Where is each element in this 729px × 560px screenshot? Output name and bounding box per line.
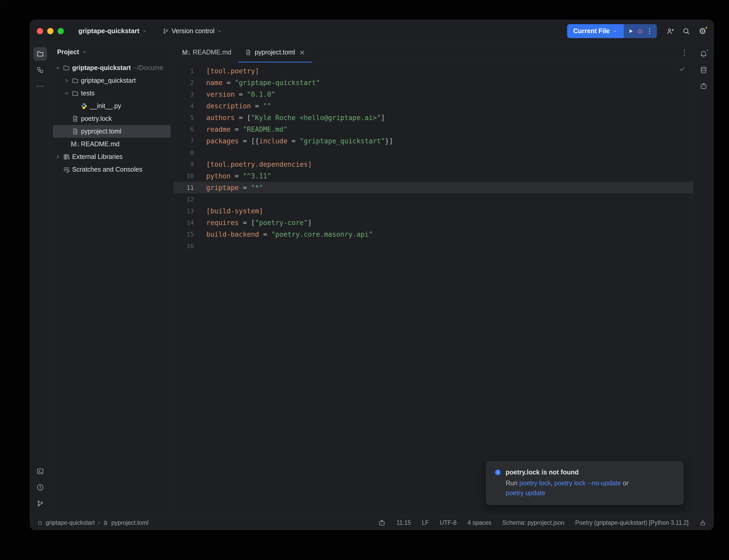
- code-line-4[interactable]: 4description = "": [173, 100, 693, 112]
- code-editor[interactable]: 1[tool.poetry]2name = "griptape-quicksta…: [173, 62, 693, 516]
- tree-item-Scratches and Consoles[interactable]: Scratches and Consoles: [53, 163, 171, 176]
- more-run-actions-button[interactable]: ⋮: [646, 27, 653, 35]
- chevron-right-icon[interactable]: [64, 78, 69, 83]
- code-line-8[interactable]: 8: [173, 147, 693, 158]
- run-config-label: Current File: [573, 27, 610, 35]
- project-tree: griptape-quickstart~/Documegriptape_quic…: [50, 61, 173, 516]
- code-text: requires = ["poetry-core"]: [200, 219, 312, 227]
- chevron-down-icon[interactable]: [82, 49, 87, 54]
- code-line-1[interactable]: 1[tool.poetry]: [173, 65, 693, 77]
- tree-item-griptape-quickstart[interactable]: griptape-quickstart~/Docume: [53, 61, 171, 74]
- terminal-icon: [36, 467, 44, 475]
- editor-lines: 1[tool.poetry]2name = "griptape-quicksta…: [173, 65, 693, 252]
- titlebar-actions: ⚙: [666, 27, 707, 35]
- code-line-5[interactable]: 5authors = ["Kyle Roche <hello@griptape.…: [173, 112, 693, 123]
- tree-chevron-slot: [55, 65, 62, 71]
- database-tool-button[interactable]: [697, 63, 710, 77]
- breadcrumb-separator: ›: [98, 519, 100, 526]
- popup-body: Run poetry lock, poetry lock --no-update…: [506, 478, 675, 498]
- tree-item-pyproject.toml[interactable]: pyproject.toml: [53, 125, 171, 138]
- database-icon: [700, 66, 707, 74]
- status-item[interactable]: 4 spaces: [468, 519, 491, 526]
- status-item[interactable]: LF: [422, 519, 429, 526]
- inspections-check-icon[interactable]: [679, 66, 685, 72]
- tree-item-__init__.py[interactable]: __init__.py: [53, 100, 171, 112]
- code-line-3[interactable]: 3version = "0.1.0": [173, 88, 693, 100]
- status-item[interactable]: Poetry (griptape-quickstart) [Python 3.1…: [575, 519, 689, 526]
- run-button[interactable]: [627, 28, 634, 34]
- code-text: [build-system]: [200, 207, 263, 215]
- code-line-12[interactable]: 12: [173, 193, 693, 205]
- chevron-down-icon[interactable]: [64, 90, 69, 96]
- folder-icon: [36, 50, 44, 58]
- code-line-15[interactable]: 15build-backend = "poetry.core.masonry.a…: [173, 228, 693, 240]
- tab-README.md[interactable]: M↓README.md: [176, 42, 238, 62]
- search-everywhere-button[interactable]: [682, 27, 690, 35]
- code-line-11[interactable]: 11griptape = "*": [173, 182, 693, 193]
- tree-item-label: Scratches and Consoles: [72, 166, 142, 173]
- code-line-6[interactable]: 6readme = "README.md": [173, 123, 693, 135]
- debug-button[interactable]: [637, 28, 643, 34]
- git-branch-icon: [162, 28, 169, 34]
- zoom-window-button[interactable]: [58, 28, 64, 34]
- code-line-9[interactable]: 9[tool.poetry.dependencies]: [173, 158, 693, 170]
- close-tab-icon[interactable]: ×: [298, 49, 305, 56]
- popup-link[interactable]: poetry lock: [519, 479, 551, 487]
- settings-button[interactable]: ⚙: [698, 27, 707, 35]
- settings-notification-dot: [705, 26, 708, 29]
- structure-tool-button[interactable]: [33, 63, 47, 77]
- code-with-me-button[interactable]: [666, 27, 674, 35]
- breadcrumb-project[interactable]: griptape-quickstart: [46, 519, 95, 526]
- tree-item-tests[interactable]: tests: [53, 87, 171, 100]
- breadcrumb-file[interactable]: pyproject.toml: [111, 519, 148, 526]
- terminal-tool-button[interactable]: [33, 465, 47, 478]
- info-icon: [494, 469, 502, 476]
- tree-item-External Libraries[interactable]: External Libraries: [53, 150, 171, 163]
- code-line-10[interactable]: 10python = "^3.11": [173, 170, 693, 182]
- notification-popup: poetry.lock is not found Run poetry lock…: [486, 461, 683, 505]
- line-number: 16: [173, 243, 200, 249]
- code-text: python = "^3.11": [200, 172, 271, 180]
- status-bar: griptape-quickstart › pyproject.toml 11:…: [30, 516, 713, 530]
- project-tool-button[interactable]: [33, 47, 47, 61]
- close-window-button[interactable]: [37, 28, 43, 34]
- more-tool-windows-button[interactable]: ⋯: [33, 79, 47, 93]
- project-switcher-label: griptape-quickstart: [78, 27, 140, 35]
- code-line-2[interactable]: 2name = "griptape-quickstart": [173, 77, 693, 88]
- tab-pyproject.toml[interactable]: pyproject.toml×: [238, 42, 312, 62]
- status-widgets: 11:15LFUTF-84 spacesSchema: pyproject.js…: [378, 519, 706, 527]
- version-control-tool-button[interactable]: [33, 497, 47, 510]
- run-config-selector[interactable]: Current File: [567, 24, 624, 38]
- status-item[interactable]: Schema: pyproject.json: [502, 519, 564, 526]
- project-switcher[interactable]: griptape-quickstart: [78, 27, 147, 35]
- tree-item-README.md[interactable]: M↓README.md: [53, 138, 171, 150]
- status-item[interactable]: UTF-8: [440, 519, 457, 526]
- code-line-13[interactable]: 13[build-system]: [173, 205, 693, 217]
- tree-item-poetry.lock[interactable]: poetry.lock: [53, 112, 171, 125]
- file-icon: [245, 49, 252, 56]
- left-toolstrip-bottom: [33, 463, 47, 512]
- notifications-button[interactable]: [697, 47, 710, 61]
- code-line-16[interactable]: 16: [173, 240, 693, 252]
- ai-icon[interactable]: [378, 519, 386, 527]
- popup-link[interactable]: poetry update: [506, 489, 545, 496]
- tree-item-label: poetry.lock: [81, 115, 112, 122]
- code-line-14[interactable]: 14requires = ["poetry-core"]: [173, 217, 693, 228]
- more-icon: ⋯: [36, 82, 44, 90]
- problems-tool-button[interactable]: [33, 481, 47, 494]
- lock-icon[interactable]: [699, 520, 706, 526]
- ai-assistant-button[interactable]: [697, 79, 710, 93]
- tab-options-button[interactable]: ⋮: [681, 49, 688, 56]
- vcs-widget[interactable]: Version control: [162, 27, 222, 35]
- tree-item-griptape_quickstart[interactable]: griptape_quickstart: [53, 74, 171, 87]
- code-text: version = "0.1.0": [200, 90, 275, 98]
- popup-link[interactable]: poetry lock --no-update: [554, 479, 621, 487]
- minimize-window-button[interactable]: [47, 28, 53, 34]
- left-toolstrip-top: ⋯: [33, 46, 47, 94]
- chevron-down-icon[interactable]: [55, 65, 61, 71]
- line-number: 13: [173, 208, 200, 214]
- project-panel-header: Project: [50, 42, 173, 61]
- chevron-right-icon[interactable]: [55, 154, 61, 160]
- code-line-7[interactable]: 7packages = [{include = "griptape_quicks…: [173, 135, 693, 147]
- status-item[interactable]: 11:15: [397, 519, 411, 526]
